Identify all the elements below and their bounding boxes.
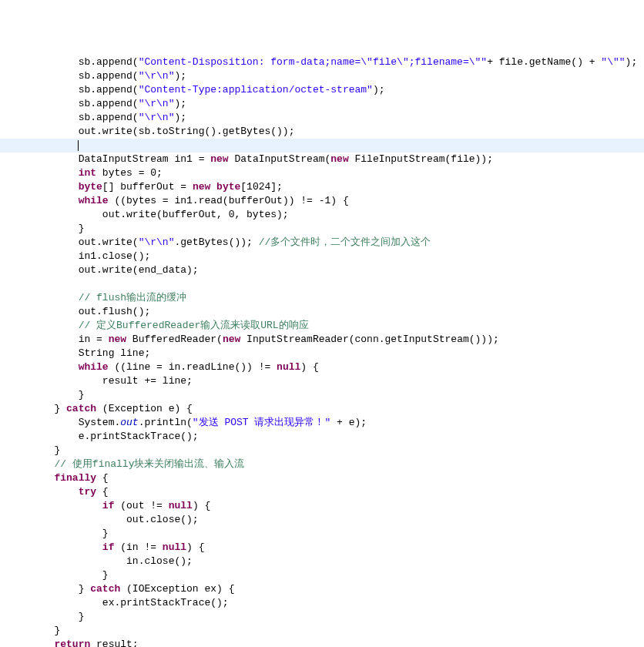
- token-kw: catch: [90, 583, 120, 595]
- code-line[interactable]: in = new BufferedReader(new InputStreamR…: [0, 333, 644, 347]
- code-line[interactable]: in1.close();: [0, 250, 644, 263]
- code-line[interactable]: out.write("\r\n".getBytes()); //多个文件时，二个…: [0, 236, 644, 250]
- code-line[interactable]: in.close();: [0, 555, 644, 568]
- token-kw: null: [169, 500, 193, 511]
- token-plain: }: [54, 444, 60, 456]
- code-line[interactable]: sb.append("\r\n");: [0, 97, 644, 111]
- code-line[interactable]: sb.append("Content-Type:application/octe…: [0, 83, 644, 97]
- token-com: //多个文件时，二个文件之间加入这个: [259, 236, 431, 248]
- token-plain: DataInputStream(: [229, 153, 331, 165]
- token-plain: }: [79, 223, 85, 234]
- token-kw: try: [79, 486, 96, 498]
- token-plain: );: [174, 98, 186, 109]
- code-line[interactable]: out.write(sb.toString().getBytes());: [0, 125, 644, 139]
- token-kw: return: [54, 639, 90, 647]
- code-line[interactable]: e.printStackTrace();: [0, 430, 644, 444]
- code-line[interactable]: } catch (IOException ex) {: [0, 582, 644, 596]
- token-kw: byte: [79, 181, 102, 193]
- code-line[interactable]: [0, 139, 644, 153]
- code-line[interactable]: out.flush();: [0, 305, 644, 319]
- token-com: // 使用finally块来关闭输出流、输入流: [54, 458, 244, 470]
- token-plain: (out !=: [114, 500, 168, 511]
- code-line[interactable]: }: [0, 444, 644, 458]
- token-plain: sb.append(: [79, 56, 139, 68]
- code-line[interactable]: if (in != null) {: [0, 541, 644, 555]
- code-line[interactable]: if (out != null) {: [0, 499, 644, 513]
- code-line[interactable]: // 使用finally块来关闭输出流、输入流: [0, 458, 644, 471]
- token-kw: new: [330, 153, 348, 165]
- token-plain: result;: [90, 639, 138, 647]
- token-kw: new: [193, 181, 210, 193]
- token-plain: {: [96, 472, 109, 484]
- token-plain: );: [626, 56, 638, 68]
- token-plain: in1.close();: [79, 250, 151, 262]
- token-plain: System.: [79, 417, 121, 428]
- token-plain: ) {: [300, 361, 318, 373]
- code-editor[interactable]: sb.append("Content-Disposition: form-dat…: [0, 55, 644, 647]
- token-plain: }: [54, 403, 66, 414]
- token-plain: }: [79, 583, 91, 595]
- token-str: "\r\n": [139, 236, 175, 248]
- code-line[interactable]: System.out.println("发送 POST 请求出现异常！" + e…: [0, 416, 644, 430]
- token-plain: out.close();: [126, 514, 199, 525]
- token-kw: if: [102, 541, 115, 553]
- token-plain: e.printStackTrace();: [79, 431, 199, 442]
- token-plain: out.write(bufferOut, 0, bytes);: [102, 209, 289, 220]
- code-line[interactable]: // flush输出流的缓冲: [0, 291, 644, 305]
- token-plain: FileInputStream(file));: [349, 153, 493, 165]
- token-kw: finally: [54, 472, 96, 484]
- token-plain: );: [373, 84, 385, 96]
- token-plain: {: [96, 486, 109, 498]
- token-plain: String line;: [79, 347, 151, 359]
- code-line[interactable]: try {: [0, 485, 644, 499]
- token-plain: ((bytes = in1.read(bufferOut)) != -1) {: [109, 195, 349, 206]
- token-plain: DataInputStream in1 =: [79, 153, 211, 165]
- token-plain: ((line = in.readLine()) !=: [109, 361, 277, 373]
- token-plain: (Exception e) {: [96, 403, 193, 414]
- token-str: "Content-Disposition: form-data;name=\"f…: [139, 56, 487, 68]
- code-line[interactable]: int bytes = 0;: [0, 166, 644, 180]
- code-line[interactable]: }: [0, 222, 644, 236]
- code-line[interactable]: result += line;: [0, 374, 644, 388]
- token-plain: ) {: [186, 541, 204, 553]
- code-line[interactable]: }: [0, 388, 644, 402]
- code-line[interactable]: byte[] bufferOut = new byte[1024];: [0, 180, 644, 194]
- code-line[interactable]: ex.printStackTrace();: [0, 596, 644, 610]
- code-line[interactable]: }: [0, 624, 644, 638]
- token-plain: }: [54, 625, 60, 636]
- token-plain: );: [174, 70, 186, 82]
- code-line[interactable]: out.write(bufferOut, 0, bytes);: [0, 208, 644, 222]
- token-kw: new: [109, 334, 126, 345]
- code-line[interactable]: // 定义BufferedReader输入流来读取URL的响应: [0, 319, 644, 333]
- code-line[interactable]: }: [0, 568, 644, 582]
- token-str: "\r\n": [139, 70, 175, 82]
- code-line[interactable]: return result;: [0, 638, 644, 647]
- token-kw: int: [79, 167, 96, 179]
- token-kw: null: [277, 361, 300, 373]
- token-plain: sb.append(: [79, 98, 139, 109]
- code-line[interactable]: while ((line = in.readLine()) != null) {: [0, 360, 644, 374]
- code-line[interactable]: out.close();: [0, 513, 644, 527]
- code-line[interactable]: }: [0, 527, 644, 541]
- code-line[interactable]: finally {: [0, 471, 644, 485]
- token-str: "\r\n": [139, 112, 175, 123]
- code-line[interactable]: } catch (Exception e) {: [0, 402, 644, 416]
- token-plain: ex.printStackTrace();: [102, 597, 229, 608]
- code-line[interactable]: DataInputStream in1 = new DataInputStrea…: [0, 153, 644, 166]
- token-plain: sb.append(: [79, 84, 139, 96]
- code-line[interactable]: [0, 277, 644, 291]
- code-line[interactable]: out.write(end_data);: [0, 263, 644, 277]
- token-fld: out: [120, 417, 138, 428]
- code-line[interactable]: sb.append("\r\n");: [0, 111, 644, 125]
- token-com: // 定义BufferedReader输入流来读取URL的响应: [79, 320, 309, 331]
- code-line[interactable]: sb.append("Content-Disposition: form-dat…: [0, 55, 644, 69]
- token-kw: byte: [216, 181, 240, 193]
- token-plain: (IOException ex) {: [120, 583, 234, 595]
- token-plain: InputStreamReader(conn.getInputStream())…: [240, 334, 498, 345]
- code-line[interactable]: sb.append("\r\n");: [0, 69, 644, 83]
- token-plain: BufferedReader(: [126, 334, 223, 345]
- token-plain: }: [102, 569, 109, 581]
- code-line[interactable]: String line;: [0, 347, 644, 360]
- code-line[interactable]: while ((bytes = in1.read(bufferOut)) != …: [0, 194, 644, 208]
- code-line[interactable]: }: [0, 610, 644, 624]
